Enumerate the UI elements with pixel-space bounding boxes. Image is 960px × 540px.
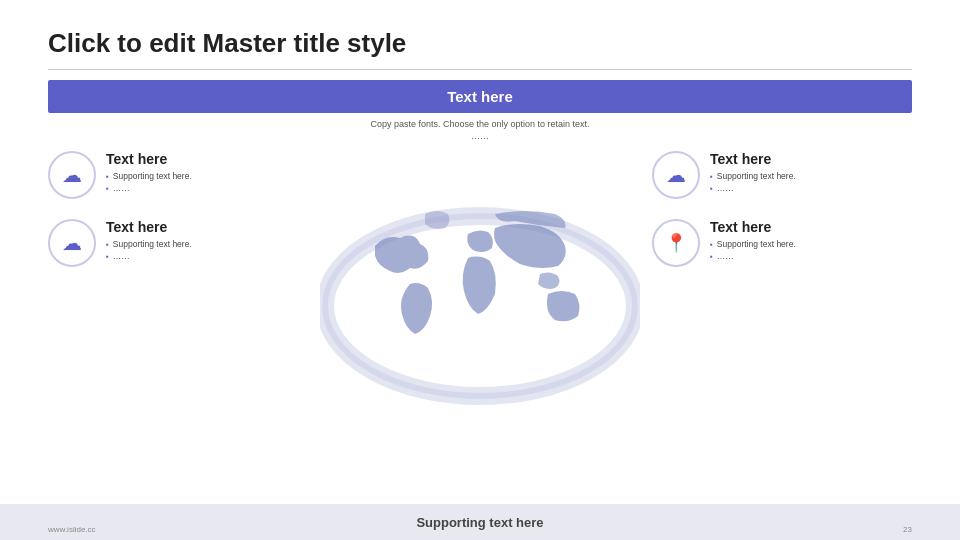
card-top-left: ☁ Text here Supporting text here. …… — [48, 151, 308, 199]
bullet-1-bottom-left: Supporting text here. — [106, 239, 308, 249]
left-column: ☁ Text here Supporting text here. …… ☁ — [48, 151, 308, 461]
subtitle-text: Copy paste fonts. Choose the only option… — [48, 119, 912, 129]
dots-text: …… — [48, 131, 912, 141]
blue-banner: Text here — [48, 80, 912, 113]
bottom-bar: Supporting text here — [0, 504, 960, 540]
bottom-bar-text: Supporting text here — [416, 515, 543, 530]
card-title-bottom-left: Text here — [106, 219, 308, 235]
footer-url: www.islide.cc — [48, 525, 96, 534]
icon-circle-bottom-right: 📍 — [652, 219, 700, 267]
card-body-top-right: Text here Supporting text here. …… — [710, 151, 912, 195]
world-map — [320, 176, 640, 436]
card-top-right: ☁ Text here Supporting text here. …… — [652, 151, 912, 199]
bullet-2-top-right: …… — [710, 183, 912, 193]
card-body-top-left: Text here Supporting text here. …… — [106, 151, 308, 195]
cloud-icon-top-left: ☁ — [62, 163, 82, 187]
bullet-2-bottom-right: …… — [710, 251, 912, 261]
icon-circle-top-left: ☁ — [48, 151, 96, 199]
content-area: ☁ Text here Supporting text here. …… ☁ — [48, 151, 912, 461]
icon-circle-top-right: ☁ — [652, 151, 700, 199]
pin-icon-bottom-right: 📍 — [665, 232, 687, 254]
bullet-1-top-left: Supporting text here. — [106, 171, 308, 181]
bullet-1-bottom-right: Supporting text here. — [710, 239, 912, 249]
title-divider — [48, 69, 912, 70]
icon-circle-bottom-left: ☁ — [48, 219, 96, 267]
bullet-2-top-left: …… — [106, 183, 308, 193]
slide: Click to edit Master title style Text he… — [0, 0, 960, 540]
bullet-2-bottom-left: …… — [106, 251, 308, 261]
cloud-icon-top-right: ☁ — [666, 163, 686, 187]
card-body-bottom-right: Text here Supporting text here. …… — [710, 219, 912, 263]
card-bottom-right: 📍 Text here Supporting text here. …… — [652, 219, 912, 267]
card-title-top-left: Text here — [106, 151, 308, 167]
card-title-top-right: Text here — [710, 151, 912, 167]
page-number: 23 — [903, 525, 912, 534]
card-bottom-left: ☁ Text here Supporting text here. …… — [48, 219, 308, 267]
banner-label: Text here — [447, 88, 513, 105]
master-title: Click to edit Master title style — [48, 28, 912, 59]
bullet-1-top-right: Supporting text here. — [710, 171, 912, 181]
right-column: ☁ Text here Supporting text here. …… 📍 — [652, 151, 912, 461]
cloud-icon-bottom-left: ☁ — [62, 231, 82, 255]
card-body-bottom-left: Text here Supporting text here. …… — [106, 219, 308, 263]
card-title-bottom-right: Text here — [710, 219, 912, 235]
